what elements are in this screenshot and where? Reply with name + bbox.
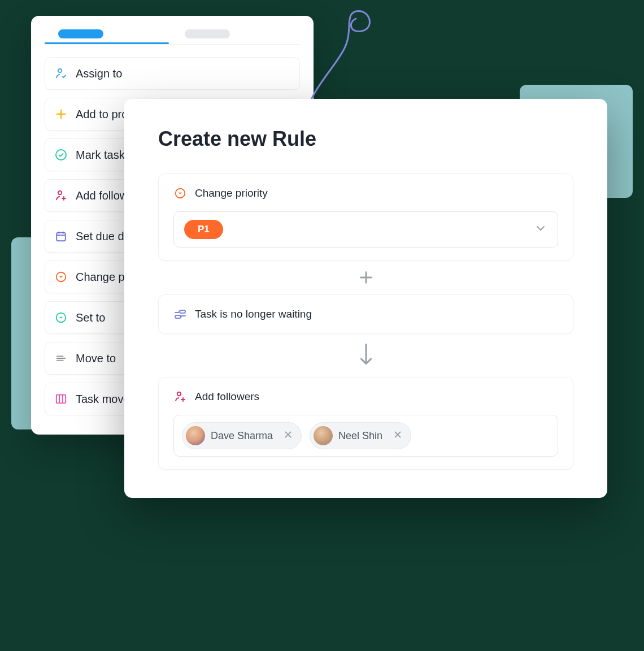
board-icon bbox=[54, 392, 68, 406]
action-label: Set to bbox=[76, 311, 105, 324]
svg-rect-6 bbox=[56, 395, 66, 403]
plus-icon bbox=[54, 107, 68, 121]
follower-chip: Dave Sharma bbox=[182, 422, 302, 449]
add-step-button[interactable] bbox=[158, 261, 573, 294]
avatar bbox=[314, 426, 333, 445]
action-label: Assign to bbox=[76, 67, 122, 80]
tab-underline bbox=[45, 42, 169, 44]
tab-bar bbox=[45, 29, 300, 44]
tab-inactive[interactable] bbox=[185, 29, 230, 38]
user-check-icon bbox=[54, 67, 68, 80]
move-icon bbox=[54, 351, 68, 365]
svg-point-0 bbox=[58, 69, 62, 72]
priority-select[interactable]: P1 bbox=[173, 211, 558, 248]
follower-chip: Neel Shin bbox=[310, 422, 411, 449]
dropdown-circle-icon bbox=[54, 311, 68, 324]
chevron-down-icon bbox=[534, 222, 547, 237]
unblock-icon bbox=[173, 307, 187, 321]
followers-input[interactable]: Dave Sharma Neel Shin bbox=[173, 415, 558, 457]
svg-rect-9 bbox=[175, 315, 181, 318]
svg-point-1 bbox=[56, 150, 66, 160]
rule-header: Add followers bbox=[173, 390, 558, 403]
check-circle-icon bbox=[54, 148, 68, 162]
rule-label: Task is no longer waiting bbox=[195, 308, 312, 320]
panel-title: Create new Rule bbox=[158, 127, 573, 151]
rule-step-add-followers: Add followers Dave Sharma Neel Shin bbox=[158, 377, 573, 470]
avatar bbox=[186, 426, 205, 445]
user-plus-icon bbox=[54, 189, 68, 202]
rule-step-waiting[interactable]: Task is no longer waiting bbox=[158, 294, 573, 334]
remove-chip-button[interactable] bbox=[283, 429, 293, 442]
priority-icon bbox=[54, 270, 68, 284]
tab-active[interactable] bbox=[58, 29, 103, 38]
chip-label: Dave Sharma bbox=[211, 430, 273, 442]
rule-label: Add followers bbox=[195, 390, 259, 403]
create-rule-panel: Create new Rule Change priority P1 Task … bbox=[124, 99, 607, 498]
action-label: Move to bbox=[76, 352, 116, 365]
action-assign-to[interactable]: Assign to bbox=[45, 57, 300, 90]
flow-arrow-icon bbox=[158, 334, 573, 377]
svg-point-10 bbox=[177, 392, 181, 396]
svg-rect-3 bbox=[56, 233, 66, 241]
svg-rect-8 bbox=[180, 310, 185, 313]
rule-header: Change priority bbox=[173, 186, 558, 200]
priority-pill: P1 bbox=[184, 220, 223, 239]
calendar-icon bbox=[54, 229, 68, 243]
action-label: Mark task bbox=[76, 149, 125, 162]
chip-label: Neel Shin bbox=[338, 430, 382, 442]
svg-point-2 bbox=[58, 191, 62, 194]
priority-icon bbox=[173, 186, 187, 200]
remove-chip-button[interactable] bbox=[393, 429, 403, 442]
rule-step-change-priority: Change priority P1 bbox=[158, 173, 573, 261]
rule-label: Change priority bbox=[195, 187, 268, 199]
user-plus-icon bbox=[173, 390, 187, 403]
divider bbox=[45, 44, 300, 45]
